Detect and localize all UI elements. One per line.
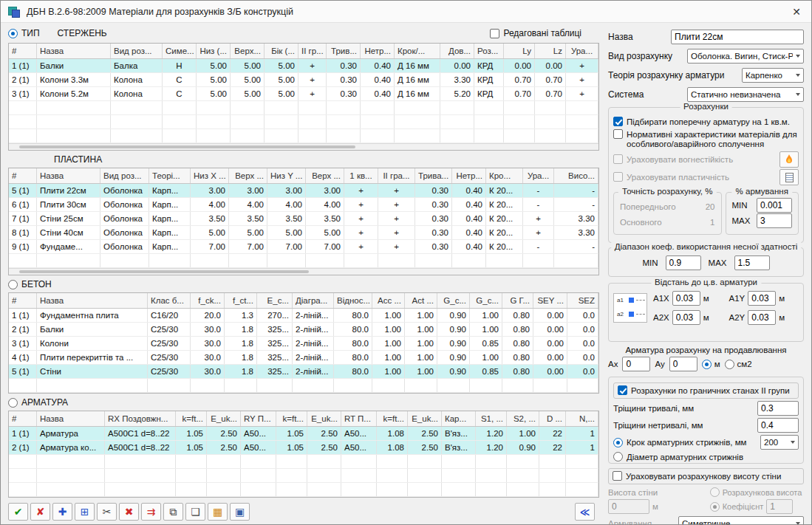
a2y-input[interactable] xyxy=(748,310,776,325)
empty-row[interactable] xyxy=(9,455,598,469)
column-header[interactable]: Act ... xyxy=(405,293,437,308)
column-header[interactable]: Назва xyxy=(37,293,148,308)
column-header[interactable]: Симе... xyxy=(163,44,197,58)
wall-height-checkbox[interactable]: Ураховувати розрахункову висоту стіни xyxy=(608,468,804,484)
a1y-input[interactable] xyxy=(748,291,776,306)
min-utilization-input[interactable] xyxy=(666,255,701,270)
import-table-button[interactable]: ▦ xyxy=(208,503,228,521)
table-row[interactable]: 1 (1)БалкиБалкаН5.005.005.00+0.300.40Д 1… xyxy=(9,59,598,73)
column-header[interactable]: G Г... xyxy=(502,293,533,308)
table-row[interactable]: 7 (1)Стіни 25смОболонкаКарп...3.503.503.… xyxy=(9,212,598,226)
column-header[interactable]: Кро... xyxy=(486,168,523,183)
type-radio[interactable]: ТИП xyxy=(8,28,40,38)
column-header[interactable]: S1, ... xyxy=(476,411,507,426)
column-header[interactable]: Теорі... xyxy=(149,168,191,183)
column-header[interactable]: SEY ... xyxy=(533,293,567,308)
column-header[interactable]: Трив... xyxy=(327,44,361,58)
wall-height-input[interactable] xyxy=(608,499,649,514)
column-header[interactable]: II гра... xyxy=(378,168,415,183)
column-header[interactable]: Низ X ... xyxy=(191,168,229,183)
column-header[interactable]: G_c... xyxy=(470,293,502,308)
column-header[interactable]: Крок/... xyxy=(395,44,440,58)
column-header[interactable]: N,... xyxy=(566,411,598,426)
column-header[interactable]: Бік (... xyxy=(265,44,298,58)
plasticity-checkbox[interactable]: Ураховувати пластичність xyxy=(613,172,779,182)
table-row[interactable]: 1 (1)АрматураA500C1 d=8..221.052.50A50..… xyxy=(9,427,598,441)
column-header[interactable]: # xyxy=(9,411,37,426)
empty-row[interactable] xyxy=(9,115,598,129)
column-header[interactable]: Діагра... xyxy=(293,293,334,308)
fire-resistance-checkbox[interactable]: Ураховувати вогнестійкість xyxy=(613,154,779,165)
bar-step-select[interactable]: 200 xyxy=(760,435,799,450)
collapse-panel-button[interactable]: ≪ xyxy=(575,503,595,521)
reinforcement-radio[interactable]: АРМАТУРА xyxy=(8,397,68,408)
ay-input[interactable] xyxy=(669,357,697,371)
column-header[interactable]: RY П... xyxy=(241,411,276,426)
column-header[interactable]: # xyxy=(9,44,37,58)
column-header[interactable]: 1 кв... xyxy=(344,168,378,183)
coefficient-radio[interactable]: Коефіцієнт xyxy=(710,499,804,514)
column-header[interactable]: Acc ... xyxy=(372,293,405,308)
column-header[interactable]: Ly xyxy=(504,44,535,58)
sls-checkbox[interactable]: Розрахунки по граничних станах II групи xyxy=(613,382,799,399)
concrete-radio[interactable]: БЕТОН xyxy=(8,279,52,289)
column-header[interactable]: RT П... xyxy=(341,411,377,426)
table-row[interactable]: 2 (1)Арматура ко...A500C1 d=8..221.052.5… xyxy=(9,441,598,455)
table-row[interactable]: 6 (1)Плити 30смОболонкаКарп...4.004.004.… xyxy=(9,198,598,212)
horizontal-scrollbar[interactable] xyxy=(9,143,598,150)
min-reinforcement-input[interactable] xyxy=(757,198,792,213)
column-header[interactable]: E_uk... xyxy=(408,411,442,426)
add-copy-row-button[interactable]: ⊞ xyxy=(75,503,95,521)
table-row[interactable]: 4 (1)Плити перекриттів та ...C25/3030.01… xyxy=(9,351,598,365)
column-header[interactable]: Низ Y ... xyxy=(267,168,306,183)
plasticity-settings-button[interactable] xyxy=(779,169,799,185)
column-header[interactable]: Назва xyxy=(37,411,105,426)
bar-diameter-radio[interactable]: Діаметр арматурних стрижнів xyxy=(613,452,743,461)
column-header[interactable]: D ... xyxy=(539,411,566,426)
a2x-input[interactable] xyxy=(672,310,700,325)
ax-input[interactable] xyxy=(622,357,650,371)
column-header[interactable]: k=ft... xyxy=(377,411,408,426)
calc-height-radio[interactable]: Розрахункова висота xyxy=(710,487,804,497)
table-row[interactable]: 2 (1)БалкиC25/3030.01.8325...2-ліній...8… xyxy=(9,323,598,337)
reinforcement-scheme-select[interactable]: Симетричне xyxy=(678,516,804,525)
fire-settings-button[interactable] xyxy=(779,151,799,168)
column-header[interactable]: E_c... xyxy=(257,293,293,308)
theory-select[interactable]: Карпенко xyxy=(742,68,804,83)
paste-button[interactable]: ❏ xyxy=(185,503,205,521)
column-header[interactable]: Віднос... xyxy=(334,293,372,308)
column-header[interactable]: S2, ... xyxy=(507,411,539,426)
column-header[interactable]: Висо... xyxy=(554,168,598,183)
column-header[interactable]: # xyxy=(9,168,37,183)
close-button[interactable]: ✕ xyxy=(782,1,811,23)
column-header[interactable]: f_ct... xyxy=(225,293,257,308)
name-input[interactable] xyxy=(671,30,804,44)
column-header[interactable]: Вид роз... xyxy=(111,44,163,58)
column-header[interactable]: Вид роз... xyxy=(100,168,149,183)
column-header[interactable]: Ура... xyxy=(523,168,554,183)
horizontal-scrollbar[interactable] xyxy=(9,268,598,275)
scrollbar-thumb[interactable] xyxy=(19,145,355,148)
system-select[interactable]: Статично невизначена xyxy=(687,87,804,102)
column-header[interactable]: E_uk... xyxy=(307,411,341,426)
column-header[interactable]: k=ft... xyxy=(276,411,307,426)
table-row[interactable]: 5 (1)Плити 22смОболонкаКарп...3.003.003.… xyxy=(9,184,598,198)
unit-cm2-radio[interactable]: см2 xyxy=(725,360,752,369)
max-utilization-input[interactable] xyxy=(734,255,770,270)
column-header[interactable]: f_ck... xyxy=(191,293,225,308)
transverse-reinforcement-checkbox[interactable]: Підбирати поперечну арматуру на 1 кв.м. xyxy=(613,117,799,127)
rod-table[interactable]: #НазваВид роз...Симе...Низ (...Верх...Бі… xyxy=(8,43,599,151)
column-header[interactable]: SEZ xyxy=(567,293,598,308)
column-header[interactable]: Дов... xyxy=(440,44,474,58)
column-header[interactable]: Низ (... xyxy=(197,44,231,58)
delete-row-button[interactable]: ✖ xyxy=(119,503,139,521)
empty-row[interactable] xyxy=(9,483,598,497)
table-row[interactable]: 8 (1)Стіни 40смОболонкаКарп...5.005.005.… xyxy=(9,226,598,240)
column-header[interactable]: G_c... xyxy=(437,293,470,308)
unit-m-radio[interactable]: м xyxy=(702,360,720,369)
calc-type-select[interactable]: Оболонка. Вигин, Стиск-Р xyxy=(687,49,804,64)
column-header[interactable]: Верх ... xyxy=(306,168,344,183)
a1x-input[interactable] xyxy=(672,291,700,306)
column-header[interactable]: Ура... xyxy=(566,44,598,58)
bar-step-radio[interactable]: Крок арматурних стрижнів, мм xyxy=(613,438,746,447)
